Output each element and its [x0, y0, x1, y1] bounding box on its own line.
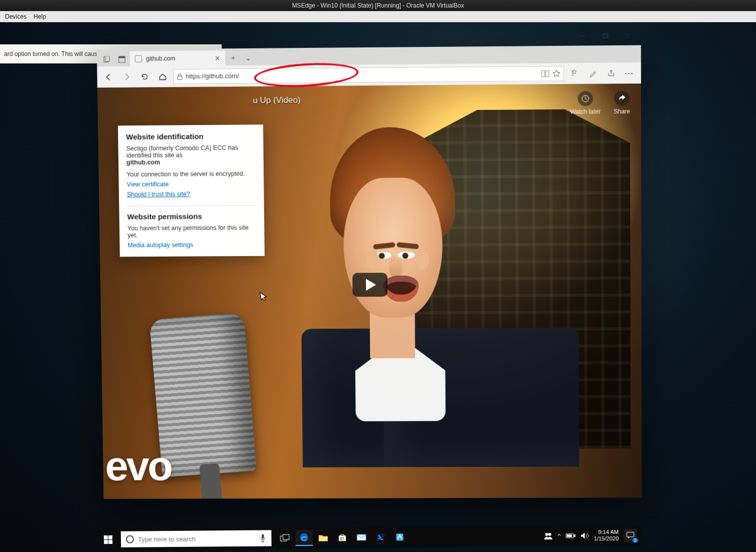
- vbox-menu-devices[interactable]: Devices: [5, 13, 27, 20]
- tabs-aside-icon[interactable]: [100, 52, 114, 67]
- svg-rect-19: [342, 539, 344, 540]
- svg-rect-27: [627, 532, 634, 537]
- lock-icon[interactable]: [177, 73, 183, 80]
- microsoft-store-icon[interactable]: [334, 529, 351, 545]
- tray-chevron-icon[interactable]: ^: [558, 533, 560, 539]
- favorite-star-icon[interactable]: [552, 69, 560, 77]
- svg-rect-8: [604, 33, 608, 37]
- media-autoplay-link[interactable]: Media autoplay settings: [128, 241, 193, 249]
- address-bar[interactable]: https://github.com/: [173, 66, 564, 84]
- forward-button[interactable]: [119, 69, 134, 84]
- site-identity-domain: github.com: [127, 158, 256, 166]
- svg-rect-1: [105, 56, 110, 62]
- windows-taskbar: Type here to search: [97, 525, 641, 550]
- taskbar-date: 1/15/2020: [594, 535, 618, 542]
- tab-actions-chevron-icon[interactable]: ⌄: [241, 50, 255, 66]
- browser-tab[interactable]: github.com ✕: [130, 50, 225, 66]
- task-view-icon[interactable]: [276, 530, 293, 546]
- notification-badge: 2: [633, 538, 638, 543]
- video-title-fragment: u Up (Video): [253, 95, 300, 106]
- svg-point-23: [548, 533, 551, 536]
- home-button[interactable]: [155, 69, 170, 84]
- tab-close-icon[interactable]: ✕: [215, 54, 220, 62]
- trust-site-link[interactable]: Should I trust this site?: [127, 191, 191, 198]
- taskbar-search-placeholder: Type here to search: [138, 535, 196, 543]
- action-center-icon[interactable]: 2: [624, 529, 637, 542]
- url-text: https://github.com/: [186, 72, 239, 80]
- people-icon[interactable]: [544, 532, 553, 540]
- taskbar-pinned-apps: [276, 529, 408, 546]
- clock-icon: [578, 91, 593, 106]
- system-tray: ^ 9:14 AM 1/15/2020 2: [540, 529, 641, 543]
- reading-view-icon[interactable]: [541, 70, 549, 78]
- taskbar-clock[interactable]: 9:14 AM 1/15/2020: [594, 529, 618, 542]
- watch-later-button[interactable]: Watch later: [570, 91, 601, 115]
- page-content: evo u Up (Video) Watch later Share: [97, 84, 642, 499]
- svg-rect-15: [339, 535, 346, 541]
- svg-rect-14: [319, 537, 328, 541]
- tab-preview-icon[interactable]: [115, 52, 129, 67]
- start-button[interactable]: [97, 529, 119, 550]
- svg-rect-4: [177, 76, 182, 79]
- site-identity-heading: Website identification: [126, 132, 255, 141]
- mouse-cursor-icon: [259, 291, 268, 302]
- svg-rect-7: [603, 34, 607, 38]
- mic-icon[interactable]: [259, 534, 266, 543]
- share-icon[interactable]: [603, 66, 618, 81]
- battery-icon[interactable]: [565, 533, 576, 539]
- guest-desktop: ard option turned on. This will cause th…: [0, 22, 756, 552]
- powershell-icon[interactable]: [372, 529, 389, 545]
- site-permissions-heading: Website permissions: [127, 212, 256, 221]
- edge-browser-window: github.com ✕ ＋ ⌄: [97, 45, 642, 499]
- svg-rect-20: [357, 534, 366, 540]
- new-tab-button[interactable]: ＋: [226, 50, 240, 66]
- window-close-button[interactable]: [616, 28, 639, 43]
- windows-logo-icon: [104, 535, 112, 544]
- taskbar-time: 9:14 AM: [594, 529, 618, 535]
- tab-favicon-icon: [135, 55, 142, 63]
- svg-rect-26: [567, 535, 572, 537]
- volume-icon[interactable]: [581, 532, 589, 539]
- share-arrow-icon: [614, 91, 629, 106]
- svg-rect-5: [542, 71, 545, 77]
- watch-later-label: Watch later: [570, 108, 601, 115]
- vbox-menu-help[interactable]: Help: [34, 13, 46, 20]
- play-button[interactable]: [352, 273, 388, 297]
- taskbar-search[interactable]: Type here to search: [121, 530, 272, 547]
- notes-icon[interactable]: [585, 66, 600, 81]
- view-certificate-link[interactable]: View certificate: [127, 181, 168, 188]
- share-button[interactable]: Share: [614, 91, 630, 115]
- site-identity-popout: Website identification Sectigo (formerly…: [118, 125, 265, 257]
- settings-more-icon[interactable]: ⋯: [622, 65, 637, 80]
- edge-taskbar-icon[interactable]: [295, 530, 312, 546]
- site-identity-encrypted: Your connection to the server is encrypt…: [127, 170, 256, 178]
- video-top-actions: Watch later Share: [570, 91, 630, 115]
- cortana-circle-icon: [126, 535, 134, 543]
- svg-rect-16: [340, 537, 342, 538]
- vevo-watermark: evo: [103, 442, 171, 490]
- svg-point-22: [545, 533, 548, 536]
- refresh-button[interactable]: [137, 69, 152, 84]
- share-label: Share: [614, 108, 630, 115]
- svg-rect-18: [340, 539, 342, 540]
- file-explorer-icon[interactable]: [314, 530, 332, 546]
- tab-title: github.com: [146, 55, 175, 62]
- window-restore-button[interactable]: [594, 28, 616, 43]
- svg-rect-12: [283, 534, 289, 539]
- virtualbox-titlebar: MSEdge - Win10 (Initial State) [Running]…: [0, 0, 756, 11]
- virtualbox-title: MSEdge - Win10 (Initial State) [Running]…: [292, 2, 464, 9]
- back-button[interactable]: [101, 69, 116, 84]
- svg-rect-6: [546, 71, 549, 77]
- svg-rect-25: [574, 535, 575, 537]
- virtualbox-menubar: Devices Help: [0, 11, 756, 22]
- site-permissions-text: You haven't set any permissions for this…: [128, 224, 257, 239]
- mail-icon[interactable]: [353, 529, 370, 545]
- app-icon[interactable]: [391, 529, 408, 545]
- svg-rect-3: [119, 56, 125, 58]
- svg-rect-10: [262, 534, 264, 539]
- site-identity-issuer: Sectigo (formerly Comodo CA) ECC has ide…: [126, 144, 256, 159]
- favorites-list-icon[interactable]: [567, 66, 582, 81]
- window-minimize-button[interactable]: [572, 28, 594, 43]
- svg-rect-17: [342, 537, 344, 538]
